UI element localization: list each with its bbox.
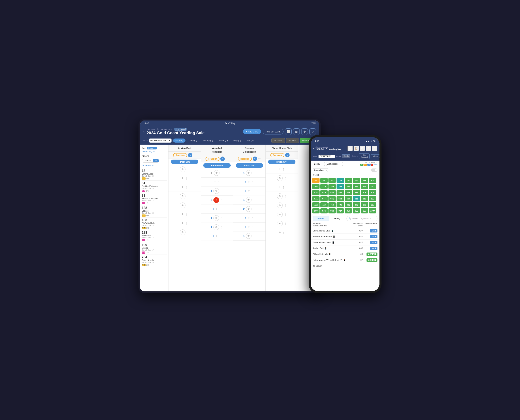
- more-icon[interactable]: ⋮: [220, 189, 223, 193]
- num-chip-205[interactable]: 205: [312, 184, 319, 189]
- more-icon[interactable]: ⋮: [253, 207, 256, 211]
- back-button[interactable]: ‹: [143, 129, 145, 134]
- num-chip-540[interactable]: 540: [320, 190, 328, 195]
- eye-icon[interactable]: 👁: [180, 193, 186, 199]
- num-chip-848[interactable]: 848: [353, 202, 360, 207]
- num-chip-832[interactable]: 832: [345, 202, 352, 207]
- num-chip-573[interactable]: 573: [345, 190, 352, 195]
- num-chip-943[interactable]: 943: [328, 208, 336, 213]
- plus-icon[interactable]: +: [279, 185, 281, 189]
- phone-qr-button[interactable]: ⊞: [360, 146, 365, 151]
- eye-icon[interactable]: 👁: [277, 221, 283, 226]
- num-cell[interactable]: 1: [211, 217, 212, 220]
- more-icon[interactable]: ⋮: [284, 195, 287, 198]
- num-chip-651[interactable]: 651: [328, 196, 336, 201]
- num-chip-883[interactable]: 883: [369, 202, 376, 207]
- num-chip-763[interactable]: 763: [328, 202, 336, 207]
- num-chip-691[interactable]: 691: [369, 196, 376, 201]
- more-icon[interactable]: ⋮: [187, 231, 190, 234]
- eye-icon[interactable]: 👁: [213, 224, 219, 230]
- more-icon[interactable]: ⋮: [251, 189, 254, 193]
- edit-button-annabel[interactable]: ✎: [220, 157, 225, 161]
- phone-no-demand-tab[interactable]: No Demand: [359, 153, 370, 159]
- finish-button-adrian[interactable]: Finish 0/40: [171, 160, 198, 164]
- lot-item-204[interactable]: 204 Smart Amelia Barn D Box 23 Y C 0/2: [142, 255, 167, 267]
- num-cell[interactable]: 1: [243, 171, 245, 175]
- num-chip-199[interactable]: 199: [361, 178, 368, 183]
- num-chip-249[interactable]: 249: [328, 184, 336, 189]
- more-button-boomer[interactable]: ⋯: [258, 157, 261, 160]
- num-chip-289[interactable]: 289: [345, 184, 352, 189]
- phone-refresh-button[interactable]: ↺: [372, 146, 377, 151]
- finish-button-annabel[interactable]: Finish 0/40: [203, 163, 231, 168]
- more-icon[interactable]: ⋮: [220, 225, 223, 229]
- eye-icon[interactable]: 👁: [277, 202, 283, 208]
- num-chip-210[interactable]: 210: [320, 184, 328, 189]
- finished-button[interactable]: Finished: [271, 138, 285, 143]
- eye-icon[interactable]: 👁: [277, 175, 283, 181]
- phone-list-button[interactable]: 📋: [354, 146, 359, 151]
- num-chip-963[interactable]: 963: [353, 208, 360, 213]
- more-icon[interactable]: ⋮: [185, 186, 188, 189]
- workspace-tab-adam[interactable]: Adam (0): [216, 139, 230, 142]
- viewer-tab-active[interactable]: Active: [313, 216, 329, 221]
- plus-icon[interactable]: +: [279, 167, 281, 171]
- reassign-button-boomer[interactable]: Reassign: [238, 157, 252, 161]
- workspace-tab-billy[interactable]: Billy (0): [231, 139, 243, 142]
- eye-icon[interactable]: 👁: [213, 215, 219, 221]
- num-chip-608[interactable]: 608: [361, 190, 368, 195]
- phone-zoom-label[interactable]: Zoom: [373, 164, 378, 166]
- eye-icon[interactable]: 👁: [213, 188, 219, 194]
- eye-icon[interactable]: 👁: [246, 170, 252, 176]
- more-icon[interactable]: ⋮: [282, 168, 285, 171]
- workspace-tab-matt[interactable]: Matt (4): [173, 139, 186, 142]
- more-icon[interactable]: ⋮: [284, 213, 287, 216]
- num-chip-180[interactable]: 180: [345, 178, 352, 183]
- eye-icon[interactable]: 👁: [246, 197, 252, 203]
- num-cell[interactable]: 1: [245, 217, 246, 220]
- more-button-adrian[interactable]: ⋯: [193, 153, 196, 157]
- num-cell[interactable]: 1: [243, 198, 245, 202]
- num-chip-586[interactable]: 586: [353, 190, 360, 195]
- more-icon[interactable]: ⋮: [282, 186, 285, 189]
- more-icon[interactable]: ⋮: [221, 171, 223, 175]
- num-chip-647[interactable]: 647: [320, 196, 328, 201]
- lot-item-128[interactable]: 128 Sanako Barn D Box 25 Y C 0/3: [142, 205, 167, 218]
- sort-cards-button[interactable]: Cards ↔: [147, 147, 157, 150]
- num-chip-204[interactable]: 204: [369, 178, 376, 183]
- more-icon[interactable]: ⋮: [220, 198, 223, 202]
- workspace-tab-liam[interactable]: Liam (0): [186, 139, 199, 142]
- more-icon[interactable]: ⋮: [185, 222, 188, 225]
- num-chip-967[interactable]: 967: [361, 208, 368, 213]
- num-cell[interactable]: 1: [211, 225, 212, 229]
- more-icon[interactable]: ⋮: [253, 171, 256, 175]
- reassign-button-china[interactable]: Reassign: [270, 153, 284, 157]
- more-icon[interactable]: ⋮: [220, 217, 223, 220]
- qr-button[interactable]: ⊞: [293, 128, 300, 135]
- ascending-select[interactable]: Ascending: [313, 168, 328, 172]
- more-icon[interactable]: ⋮: [284, 177, 287, 180]
- finish-button-china[interactable]: Finish 0/44: [268, 160, 296, 164]
- eye-icon[interactable]: 👁: [277, 193, 283, 199]
- plus-icon[interactable]: +: [248, 180, 250, 184]
- books-filter[interactable]: All Books ▼: [142, 164, 167, 167]
- num-chip-667[interactable]: 667: [345, 196, 352, 201]
- plus-icon[interactable]: +: [248, 216, 250, 220]
- num-chip-934[interactable]: 934: [320, 208, 328, 213]
- lot-item-51[interactable]: 51 Positive Problems Barn D Box 14 Y F 0…: [142, 181, 167, 193]
- more-icon[interactable]: ⋮: [251, 180, 254, 184]
- add-card-button[interactable]: + Add Card: [243, 129, 261, 134]
- more-icon[interactable]: ⋮: [187, 168, 190, 171]
- num-chip-51[interactable]: 51: [320, 178, 328, 183]
- more-icon[interactable]: ⋮: [185, 177, 188, 180]
- more-icon[interactable]: ⋮: [251, 217, 254, 220]
- more-button-china[interactable]: ⋯: [290, 153, 293, 157]
- eye-icon[interactable]: 👁: [180, 166, 186, 172]
- num-cell[interactable]: 1: [245, 225, 246, 229]
- workspace-tab-phil[interactable]: Phil (0): [244, 139, 256, 142]
- more-icon[interactable]: ⋮: [219, 208, 222, 211]
- lot-item-188[interactable]: 188 Showcase Barn D Box 16 Y F 0/2: [142, 230, 167, 242]
- num-chip-947[interactable]: 947: [336, 208, 344, 213]
- eye-icon[interactable]: 👁: [180, 229, 186, 235]
- phone-cards-tab[interactable]: Cards: [342, 154, 350, 158]
